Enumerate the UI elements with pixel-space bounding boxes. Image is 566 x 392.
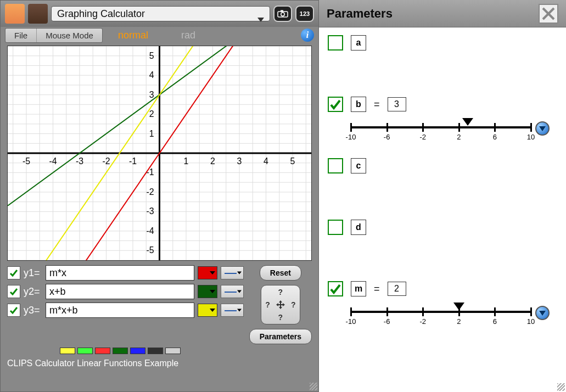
equation-row: y2= bbox=[7, 284, 244, 299]
nav-pad[interactable]: ? ?? ? bbox=[261, 285, 300, 324]
app-title-dropdown[interactable]: Graphing Calculator bbox=[51, 6, 270, 21]
param-block: c bbox=[328, 158, 557, 206]
slider-thumb-icon[interactable] bbox=[462, 118, 473, 126]
param-slider[interactable]: -10-6-22610 bbox=[351, 117, 531, 139]
equation-color-picker[interactable] bbox=[198, 266, 217, 279]
svg-marker-79 bbox=[283, 303, 285, 306]
param-checkbox[interactable] bbox=[328, 35, 343, 51]
svg-text:5: 5 bbox=[149, 51, 154, 60]
slider-thumb-icon[interactable] bbox=[453, 303, 464, 310]
equation-style-picker[interactable] bbox=[221, 266, 244, 279]
palette-swatch[interactable] bbox=[113, 348, 128, 354]
equation-checkbox[interactable] bbox=[7, 304, 20, 317]
slider-play-button[interactable] bbox=[535, 306, 550, 320]
param-slider[interactable]: -10-6-22610 bbox=[351, 302, 531, 324]
graph-canvas[interactable]: -5-4-3-2-112345-5-4-3-2-112345 bbox=[7, 46, 312, 261]
info-icon[interactable]: i bbox=[301, 29, 314, 42]
svg-text:-4: -4 bbox=[146, 226, 154, 236]
palette-swatch[interactable] bbox=[165, 348, 181, 354]
equation-color-picker[interactable] bbox=[198, 285, 217, 298]
mode-rad[interactable]: rad bbox=[181, 30, 195, 41]
svg-text:-2: -2 bbox=[102, 156, 110, 166]
parameters-panel: Parameters a b =3 -10-6-22610 bbox=[319, 0, 566, 392]
reset-button[interactable]: Reset bbox=[260, 265, 301, 281]
param-name: c bbox=[351, 158, 366, 173]
equation-checkbox[interactable] bbox=[7, 285, 20, 298]
svg-text:2: 2 bbox=[210, 156, 215, 166]
equation-input[interactable] bbox=[46, 265, 194, 281]
svg-text:1: 1 bbox=[184, 156, 189, 166]
param-name: m bbox=[351, 281, 366, 296]
svg-text:-5: -5 bbox=[23, 156, 30, 166]
palette-swatch[interactable] bbox=[95, 348, 110, 354]
slider-play-button[interactable] bbox=[535, 121, 550, 136]
equations-list: y1= y2= y3= bbox=[7, 265, 244, 344]
palette-swatch[interactable] bbox=[130, 348, 145, 354]
svg-text:-4: -4 bbox=[49, 156, 57, 166]
mouse-mode-menu[interactable]: Mouse Mode bbox=[36, 29, 102, 42]
param-name: a bbox=[351, 35, 366, 51]
svg-marker-76 bbox=[279, 300, 282, 303]
app-title: Graphing Calculator bbox=[57, 8, 145, 20]
param-equals: = bbox=[374, 283, 380, 295]
parameters-header: Parameters bbox=[319, 0, 566, 27]
svg-text:-5: -5 bbox=[146, 245, 154, 255]
param-block: d bbox=[328, 220, 557, 268]
counter-icon[interactable]: 123 bbox=[295, 5, 314, 22]
equation-label: y1= bbox=[24, 267, 42, 279]
file-menu[interactable]: File bbox=[5, 29, 36, 42]
mode-normal[interactable]: normal bbox=[118, 30, 148, 41]
svg-text:-2: -2 bbox=[146, 187, 154, 197]
param-checkbox[interactable] bbox=[328, 220, 343, 235]
svg-text:1: 1 bbox=[149, 129, 154, 138]
param-checkbox[interactable] bbox=[328, 281, 343, 296]
parameters-body: a b =3 -10-6-22610 c bbox=[319, 27, 566, 350]
avatar-2[interactable] bbox=[28, 4, 48, 24]
param-name: d bbox=[351, 220, 366, 235]
svg-text:-3: -3 bbox=[146, 206, 154, 216]
equation-color-picker[interactable] bbox=[198, 304, 217, 317]
svg-text:3: 3 bbox=[237, 156, 242, 166]
svg-marker-78 bbox=[276, 303, 278, 306]
menu-bar: File Mouse Mode normal rad i bbox=[1, 27, 318, 43]
avatar-1[interactable] bbox=[5, 4, 25, 24]
calculator-panel: Graphing Calculator 123 File Mouse Mode … bbox=[0, 0, 319, 392]
right-controls: Reset ? ?? ? Parameters bbox=[249, 265, 312, 344]
menu-buttons: File Mouse Mode bbox=[5, 28, 103, 43]
svg-text:5: 5 bbox=[290, 156, 295, 166]
equation-style-picker[interactable] bbox=[221, 285, 244, 298]
svg-rect-2 bbox=[281, 10, 283, 12]
svg-text:-3: -3 bbox=[76, 156, 83, 166]
svg-text:4: 4 bbox=[149, 70, 154, 80]
svg-text:-1: -1 bbox=[129, 156, 137, 166]
param-equals: = bbox=[374, 99, 380, 110]
param-checkbox[interactable] bbox=[328, 97, 343, 112]
equation-label: y3= bbox=[24, 305, 42, 316]
param-block: a bbox=[328, 35, 557, 83]
palette-swatch[interactable] bbox=[60, 348, 75, 354]
equation-style-picker[interactable] bbox=[221, 304, 244, 317]
param-block: b =3 -10-6-22610 bbox=[328, 97, 557, 145]
param-value: 2 bbox=[388, 282, 406, 296]
equation-label: y2= bbox=[24, 286, 42, 298]
parameters-button[interactable]: Parameters bbox=[249, 329, 312, 344]
palette-swatch[interactable] bbox=[148, 348, 163, 354]
controls-area: y1= y2= y3= Reset ? ?? ? Parameters bbox=[1, 261, 318, 346]
param-name: b bbox=[351, 97, 366, 112]
svg-marker-77 bbox=[279, 307, 282, 309]
svg-point-1 bbox=[281, 13, 284, 16]
equation-input[interactable] bbox=[46, 303, 194, 318]
param-checkbox[interactable] bbox=[328, 158, 343, 173]
svg-text:4: 4 bbox=[264, 156, 268, 166]
equation-checkbox[interactable] bbox=[7, 266, 20, 279]
resize-grip-icon[interactable] bbox=[310, 383, 317, 390]
svg-text:-1: -1 bbox=[146, 167, 154, 177]
resize-grip-icon[interactable] bbox=[557, 383, 565, 391]
equation-input[interactable] bbox=[46, 284, 194, 299]
camera-icon[interactable] bbox=[273, 5, 292, 22]
svg-text:3: 3 bbox=[149, 90, 154, 99]
close-icon[interactable] bbox=[539, 4, 558, 24]
footer-text: CLIPS Calculator Linear Functions Exampl… bbox=[1, 356, 318, 373]
equation-row: y1= bbox=[7, 265, 244, 281]
palette-swatch[interactable] bbox=[77, 348, 93, 354]
